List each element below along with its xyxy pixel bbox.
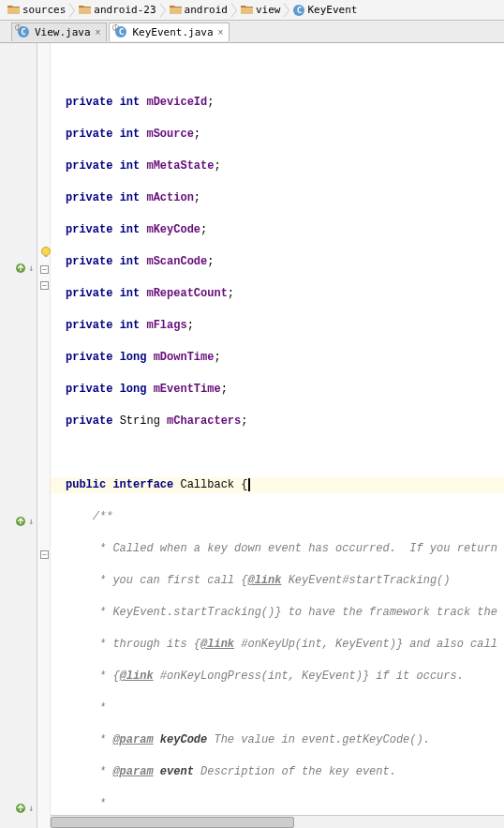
gutter-arrow-icon: ↓ xyxy=(28,516,34,526)
tab-keyevent-java[interactable]: ⓙC KeyEvent.java × xyxy=(109,23,230,41)
code-line: private int mScanCode; xyxy=(66,254,504,270)
close-icon[interactable]: × xyxy=(218,27,224,38)
breadcrumbs[interactable]: sources android-23 android view C KeyEve… xyxy=(0,0,504,21)
code-line: /** xyxy=(66,509,504,525)
crumb-label: sources xyxy=(22,4,66,16)
fold-toggle[interactable]: − xyxy=(40,550,49,559)
code-line-active: public interface Callback { xyxy=(51,477,504,493)
breadcrumb-sources[interactable]: sources xyxy=(4,1,69,20)
code-line: private int mRepeatCount; xyxy=(66,286,504,302)
crumb-label: KeyEvent xyxy=(307,4,357,16)
code-line: private int mAction; xyxy=(66,190,504,206)
tab-view-java[interactable]: ⓙC View.java × xyxy=(11,23,107,41)
code-line: * through its {@link #onKeyUp(int, KeyEv… xyxy=(66,637,504,653)
close-icon[interactable]: × xyxy=(96,27,101,38)
code-line: * xyxy=(66,796,504,812)
folder-icon xyxy=(241,5,253,15)
gutter-arrow-icon: ↓ xyxy=(28,803,34,813)
fold-toggle[interactable]: − xyxy=(40,281,49,290)
code-line: private int mSource; xyxy=(66,127,504,143)
code-line: * Called when a key down event has occur… xyxy=(66,541,504,557)
override-icon[interactable] xyxy=(15,516,26,527)
gutter-arrow-icon: ↓ xyxy=(28,263,34,273)
caret xyxy=(248,478,250,491)
class-icon: ⓙC xyxy=(115,26,126,38)
fold-toggle[interactable]: − xyxy=(40,265,49,274)
breadcrumb-android23[interactable]: android-23 xyxy=(69,1,159,20)
override-icon[interactable] xyxy=(15,803,26,814)
code-line: * @param event Description of the key ev… xyxy=(66,764,504,780)
fold-gutter[interactable]: − − − xyxy=(37,43,51,828)
code-line: private int mKeyCode; xyxy=(66,222,504,238)
folder-icon xyxy=(7,5,20,15)
class-icon: ⓙC xyxy=(18,26,29,38)
tab-label: KeyEvent.java xyxy=(132,26,213,38)
breadcrumb-view[interactable]: view xyxy=(231,1,285,20)
code-line: private long mEventTime; xyxy=(66,382,504,398)
editor-tabs: ⓙC View.java × ⓙC KeyEvent.java × xyxy=(0,21,504,43)
breadcrumb-android[interactable]: android xyxy=(160,1,231,20)
scrollbar-thumb[interactable] xyxy=(51,817,294,828)
code-line: * xyxy=(66,700,504,716)
code-line: * {@link #onKeyLongPress(int, KeyEvent)}… xyxy=(66,669,504,685)
code-line: private int mFlags; xyxy=(66,318,504,334)
horizontal-scrollbar[interactable] xyxy=(51,815,504,828)
code-area[interactable]: private int mDeviceId; private int mSour… xyxy=(51,43,504,828)
code-line: * KeyEvent.startTracking()} to have the … xyxy=(66,605,504,621)
crumb-label: android xyxy=(185,4,228,16)
code-line: * you can first call {@link KeyEvent#sta… xyxy=(66,573,504,589)
class-icon: C xyxy=(293,5,304,16)
code-line: private long mDownTime; xyxy=(66,350,504,366)
breadcrumb-keyevent[interactable]: C KeyEvent xyxy=(284,1,361,20)
gutter[interactable]: ↓ ↓ ↓ xyxy=(0,43,37,828)
editor-area: ↓ ↓ ↓ − − − private int mDeviceId; priva… xyxy=(0,43,504,828)
svg-point-3 xyxy=(42,248,51,256)
intention-bulb-icon[interactable] xyxy=(39,246,52,259)
code-line: private int mMetaState; xyxy=(66,158,504,174)
override-icon[interactable] xyxy=(15,263,26,274)
code-line: private int mDeviceId; xyxy=(66,95,504,111)
crumb-label: view xyxy=(256,4,281,16)
folder-icon xyxy=(79,5,91,15)
tab-label: View.java xyxy=(35,26,91,38)
crumb-label: android-23 xyxy=(94,4,156,16)
code-line: private String mCharacters; xyxy=(66,414,504,429)
svg-rect-4 xyxy=(45,255,48,257)
folder-icon xyxy=(170,5,182,15)
code-line: * @param keyCode The value in event.getK… xyxy=(66,732,504,748)
